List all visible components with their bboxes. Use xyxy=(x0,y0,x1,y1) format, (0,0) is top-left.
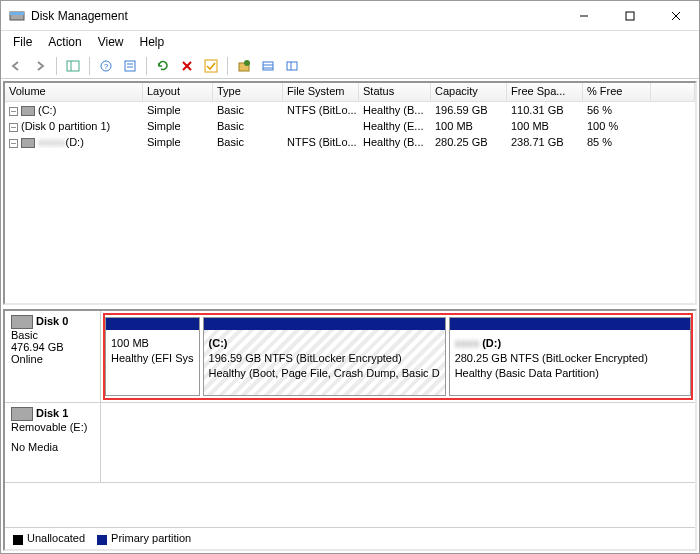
disk0-size: 476.94 GB xyxy=(11,341,94,353)
cell-fs: NTFS (BitLo... xyxy=(283,104,359,116)
menu-file[interactable]: File xyxy=(5,33,40,51)
legend-primary: Primary partition xyxy=(97,532,191,544)
cell-type: Basic xyxy=(213,120,283,132)
volume-name: (Disk 0 partition 1) xyxy=(21,120,110,132)
disk1-label: Disk 1 xyxy=(36,407,68,419)
toolbar-separator xyxy=(89,57,90,75)
properties-button[interactable] xyxy=(119,55,141,77)
col-layout[interactable]: Layout xyxy=(143,83,213,101)
toolbar: ? xyxy=(1,53,699,79)
cell-pct: 85 % xyxy=(583,136,651,148)
partition-header xyxy=(450,318,690,330)
window-title: Disk Management xyxy=(31,9,561,23)
svg-rect-21 xyxy=(287,62,297,70)
cell-capacity: 280.25 GB xyxy=(431,136,507,148)
disk1-summary[interactable]: Disk 1 Removable (E:) No Media xyxy=(5,403,101,482)
disk1-partitions xyxy=(101,403,695,482)
partition-header xyxy=(204,318,445,330)
titlebar: Disk Management xyxy=(1,1,699,31)
help-button[interactable]: ? xyxy=(95,55,117,77)
forward-button[interactable] xyxy=(29,55,51,77)
volume-row[interactable]: –xxxxx(D:) Simple Basic NTFS (BitLo... H… xyxy=(5,134,695,150)
toolbar-separator xyxy=(56,57,57,75)
partition-size-fs: 196.59 GB NTFS (BitLocker Encrypted) xyxy=(209,351,440,366)
volume-name-blur: xxxxx xyxy=(38,136,66,148)
partition-header xyxy=(106,318,199,330)
menu-view[interactable]: View xyxy=(90,33,132,51)
legend: Unallocated Primary partition xyxy=(5,527,695,549)
partition-status: Healthy (Boot, Page File, Crash Dump, Ba… xyxy=(209,366,440,381)
cell-free: 110.31 GB xyxy=(507,104,583,116)
expander-icon[interactable]: – xyxy=(9,107,18,116)
volume-row[interactable]: –(Disk 0 partition 1) Simple Basic Healt… xyxy=(5,118,695,134)
back-button[interactable] xyxy=(5,55,27,77)
cell-layout: Simple xyxy=(143,136,213,148)
cell-type: Basic xyxy=(213,104,283,116)
cell-free: 100 MB xyxy=(507,120,583,132)
cell-status: Healthy (B... xyxy=(359,136,431,148)
close-button[interactable] xyxy=(653,1,699,31)
partition-c[interactable]: (C:) 196.59 GB NTFS (BitLocker Encrypted… xyxy=(203,317,446,396)
disk1-kind: Removable (E:) xyxy=(11,421,94,433)
show-hide-tree-button[interactable] xyxy=(62,55,84,77)
disk-map-pane: Disk 0 Basic 476.94 GB Online 100 MB Hea… xyxy=(3,309,697,551)
col-pctfree[interactable]: % Free xyxy=(583,83,651,101)
partition-title-blur: xxxx xyxy=(455,337,479,349)
list-view-button[interactable] xyxy=(257,55,279,77)
toolbar-separator xyxy=(146,57,147,75)
volume-row[interactable]: –(C:) Simple Basic NTFS (BitLo... Health… xyxy=(5,102,695,118)
svg-rect-15 xyxy=(205,60,217,72)
disk0-state: Online xyxy=(11,353,94,365)
disk-icon xyxy=(11,407,33,421)
cell-fs: NTFS (BitLo... xyxy=(283,136,359,148)
menu-help[interactable]: Help xyxy=(132,33,173,51)
rescan-button[interactable] xyxy=(233,55,255,77)
expander-icon[interactable]: – xyxy=(9,123,18,132)
menu-action[interactable]: Action xyxy=(40,33,89,51)
svg-point-17 xyxy=(244,60,250,66)
col-type[interactable]: Type xyxy=(213,83,283,101)
svg-rect-6 xyxy=(67,61,79,71)
cell-pct: 100 % xyxy=(583,120,651,132)
cell-type: Basic xyxy=(213,136,283,148)
col-volume[interactable]: Volume xyxy=(5,83,143,101)
graphical-view-button[interactable] xyxy=(281,55,303,77)
col-free[interactable]: Free Spa... xyxy=(507,83,583,101)
disk0-summary[interactable]: Disk 0 Basic 476.94 GB Online xyxy=(5,311,101,402)
svg-rect-18 xyxy=(263,62,273,70)
disk-icon xyxy=(11,315,33,329)
expander-icon[interactable]: – xyxy=(9,139,18,148)
partition-status: Healthy (EFI Sys xyxy=(111,351,194,366)
swatch-unallocated-icon xyxy=(13,535,23,545)
col-extra[interactable] xyxy=(651,83,695,101)
cell-capacity: 196.59 GB xyxy=(431,104,507,116)
partition-status: Healthy (Basic Data Partition) xyxy=(455,366,685,381)
col-capacity[interactable]: Capacity xyxy=(431,83,507,101)
cell-status: Healthy (E... xyxy=(359,120,431,132)
col-status[interactable]: Status xyxy=(359,83,431,101)
partition-title: (C:) xyxy=(209,337,228,349)
cell-capacity: 100 MB xyxy=(431,120,507,132)
check-button[interactable] xyxy=(200,55,222,77)
refresh-button[interactable] xyxy=(152,55,174,77)
cell-status: Healthy (B... xyxy=(359,104,431,116)
disk0-label: Disk 0 xyxy=(36,315,68,327)
col-filesystem[interactable]: File System xyxy=(283,83,359,101)
svg-text:?: ? xyxy=(104,62,109,71)
partition-size: 100 MB xyxy=(111,336,194,351)
disk-icon xyxy=(21,106,35,116)
minimize-button[interactable] xyxy=(561,1,607,31)
cell-layout: Simple xyxy=(143,120,213,132)
svg-rect-10 xyxy=(125,61,135,71)
maximize-button[interactable] xyxy=(607,1,653,31)
svg-rect-3 xyxy=(626,12,634,20)
partition-efi[interactable]: 100 MB Healthy (EFI Sys xyxy=(105,317,200,396)
volume-name: (C:) xyxy=(38,104,56,116)
cell-free: 238.71 GB xyxy=(507,136,583,148)
disk-management-window: Disk Management File Action View Help ? xyxy=(0,0,700,554)
delete-button[interactable] xyxy=(176,55,198,77)
partition-d[interactable]: xxxx (D:) 280.25 GB NTFS (BitLocker Encr… xyxy=(449,317,691,396)
volume-list-pane: Volume Layout Type File System Status Ca… xyxy=(3,81,697,305)
partition-title: (D:) xyxy=(479,337,501,349)
menubar: File Action View Help xyxy=(1,31,699,53)
